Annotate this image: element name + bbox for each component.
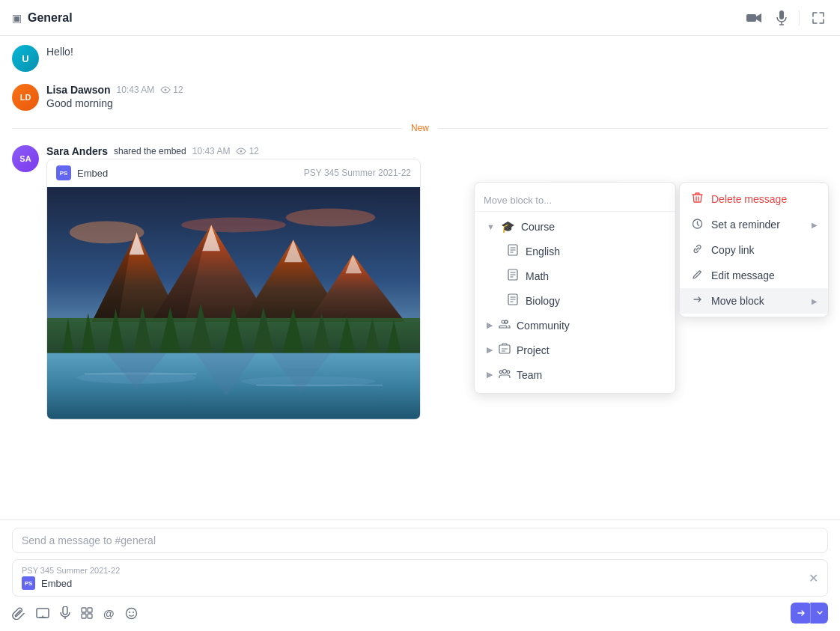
- embed-course-meta: PSY 345 Summer 2021-22: [304, 168, 411, 178]
- svg-point-77: [126, 608, 136, 618]
- project-section[interactable]: ▶ Project: [475, 338, 675, 362]
- embed-image: [47, 187, 420, 419]
- project-expand-icon: ▶: [487, 345, 493, 355]
- context-menus: ▼ 🎓 Course English: [474, 182, 829, 394]
- message-text: Hello!: [46, 46, 73, 58]
- svg-rect-73: [82, 608, 86, 612]
- new-label: New: [411, 123, 429, 133]
- message-views: 12: [160, 85, 183, 95]
- clock-icon: [690, 218, 704, 231]
- header: ▣ General: [0, 0, 840, 36]
- placeholder-text: Send a message to #general: [22, 534, 156, 546]
- chat-area: U Hello! LD Lisa Dawson 10:43 AM 12 Good…: [0, 36, 840, 519]
- trash-icon: [690, 192, 704, 206]
- message-row: LD Lisa Dawson 10:43 AM 12 Good morning: [12, 84, 828, 111]
- move-block-item[interactable]: Move block ▶: [680, 288, 828, 314]
- header-divider: [799, 10, 800, 25]
- message-time: 10:43 AM: [117, 85, 155, 95]
- svg-point-78: [129, 612, 130, 613]
- avatar: U: [12, 45, 39, 72]
- new-messages-divider: New: [12, 123, 828, 133]
- svg-rect-71: [63, 606, 67, 615]
- embed-preview-meta: PSY 345 Summer 2021-22: [22, 566, 120, 575]
- message-meta: Lisa Dawson 10:43 AM 12: [46, 84, 828, 96]
- avatar: LD: [12, 84, 39, 111]
- mic-button[interactable]: [773, 7, 790, 28]
- edit-label: Edit message: [711, 269, 775, 281]
- divider-line: [438, 128, 828, 129]
- video-button[interactable]: [743, 10, 764, 26]
- message-context-menu: Delete message Set a reminder ▶: [679, 182, 829, 317]
- copy-link-item[interactable]: Copy link: [680, 237, 828, 263]
- emoji-button[interactable]: [125, 607, 138, 620]
- embed-card: PS Embed PSY 345 Summer 2021-22: [46, 159, 421, 420]
- message-content: Lisa Dawson 10:43 AM 12 Good morning: [46, 84, 828, 109]
- delete-message-item[interactable]: Delete message: [680, 186, 828, 212]
- header-title: General: [28, 11, 73, 25]
- reminder-label: Set a reminder: [711, 219, 780, 231]
- svg-rect-75: [82, 614, 86, 618]
- toolbar-right: [791, 603, 828, 624]
- embed-header-left: PS Embed: [56, 165, 108, 180]
- copy-link-label: Copy link: [711, 244, 755, 256]
- course-icon: 🎓: [501, 220, 515, 234]
- grid-button[interactable]: [81, 607, 93, 619]
- embed-preview-title: PS Embed: [22, 576, 120, 590]
- course-label: Course: [521, 221, 555, 233]
- team-icon: [499, 368, 511, 382]
- course-section-header[interactable]: ▼ 🎓 Course: [475, 215, 675, 239]
- embed-preview-title-text: Embed: [41, 578, 72, 589]
- document-icon: [508, 244, 518, 258]
- edit-message-item[interactable]: Edit message: [680, 263, 828, 288]
- toolbar-row: @: [12, 603, 828, 624]
- delete-label: Delete message: [711, 193, 787, 205]
- project-icon: [499, 343, 511, 357]
- toolbar-left: @: [12, 606, 138, 620]
- svg-rect-0: [746, 14, 756, 22]
- embed-preview-left: PSY 345 Summer 2021-22 PS Embed: [22, 566, 120, 590]
- community-expand-icon: ▶: [487, 320, 493, 330]
- chat-input-area: Send a message to #general PSY 345 Summe…: [0, 519, 840, 631]
- close-embed-button[interactable]: ✕: [809, 571, 818, 585]
- embed-title: Embed: [77, 168, 108, 179]
- english-item[interactable]: English: [475, 239, 675, 263]
- message-row: U Hello!: [12, 45, 828, 72]
- audio-button[interactable]: [60, 606, 70, 620]
- move-block-search[interactable]: [484, 195, 666, 206]
- chat-input-placeholder[interactable]: Send a message to #general: [12, 528, 828, 553]
- embed-time: 10:43 AM: [192, 146, 231, 156]
- send-dropdown-button[interactable]: [810, 603, 828, 624]
- document-icon: [508, 269, 518, 283]
- embed-author: Sara Anders: [46, 145, 108, 157]
- svg-rect-1: [779, 10, 784, 19]
- community-icon: [499, 318, 511, 332]
- send-button[interactable]: [791, 603, 812, 624]
- biology-item[interactable]: Biology: [475, 288, 675, 313]
- message-text: Good morning: [46, 97, 828, 109]
- math-item[interactable]: Math: [475, 263, 675, 288]
- expand-button[interactable]: [809, 8, 828, 28]
- course-collapse-icon: ▼: [487, 222, 495, 231]
- move-expand-icon: ▶: [812, 297, 818, 305]
- svg-rect-76: [88, 614, 92, 618]
- community-label: Community: [517, 320, 570, 332]
- svg-point-79: [133, 612, 134, 613]
- move-block-label: Move block: [711, 295, 764, 307]
- mention-button[interactable]: @: [103, 607, 115, 620]
- embed-header: PS Embed PSY 345 Summer 2021-22: [47, 159, 420, 187]
- community-section[interactable]: ▶ Community: [475, 313, 675, 338]
- svg-point-64: [503, 370, 507, 374]
- sara-avatar: SA: [12, 145, 39, 172]
- svg-point-5: [240, 150, 243, 153]
- english-label: English: [526, 246, 560, 257]
- math-label: Math: [526, 270, 549, 282]
- team-section[interactable]: ▶ Team: [475, 362, 675, 387]
- set-reminder-item[interactable]: Set a reminder ▶: [680, 212, 828, 237]
- biology-label: Biology: [526, 295, 560, 307]
- attach-file-button[interactable]: [12, 606, 25, 620]
- svg-point-9: [181, 217, 285, 232]
- move-icon: [690, 294, 704, 308]
- header-left: ▣ General: [12, 11, 73, 25]
- message-meta: Sara Anders shared the embed 10:43 AM 12: [46, 145, 828, 157]
- screen-share-button[interactable]: [36, 608, 49, 618]
